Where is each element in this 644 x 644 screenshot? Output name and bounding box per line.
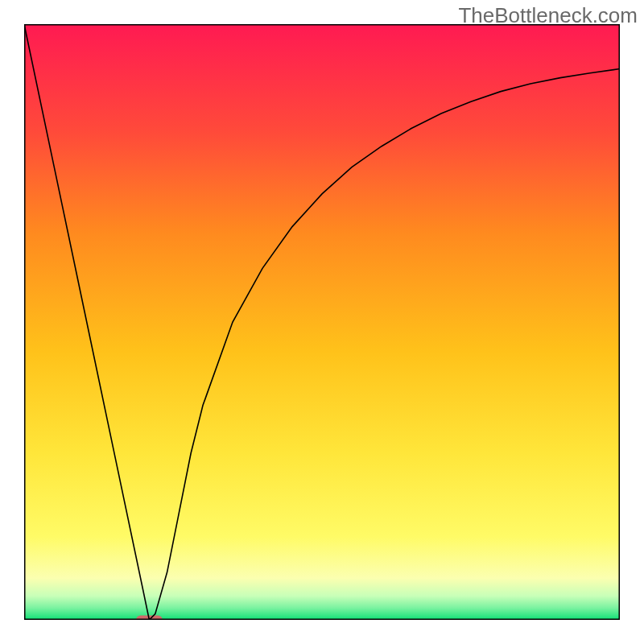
plot-area (24, 24, 620, 620)
chart-svg (24, 24, 620, 620)
chart-frame: TheBottleneck.com (0, 0, 644, 644)
gradient-background (24, 24, 620, 620)
